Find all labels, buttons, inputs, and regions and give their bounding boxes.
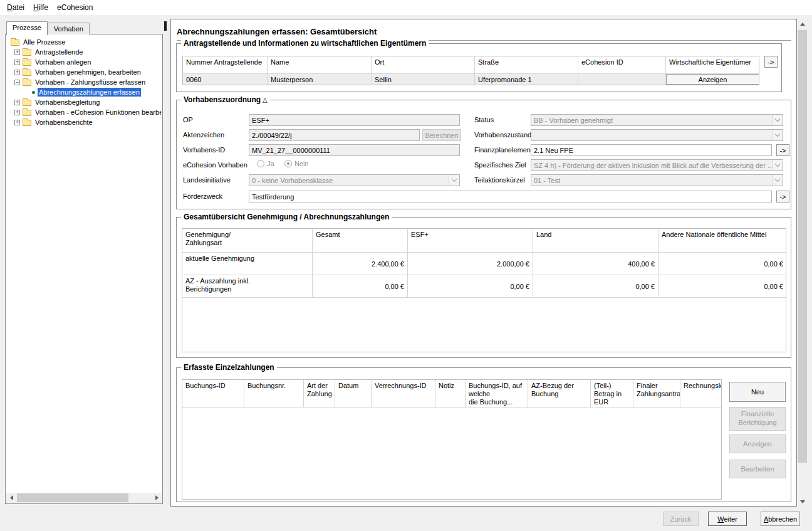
- tab-prozesse[interactable]: Prozesse: [6, 21, 48, 35]
- arrow-down-icon: [800, 500, 805, 503]
- column-header: Verrechnungs-ID: [372, 380, 435, 407]
- teilaktionskuerzel-dropdown[interactable]: 01 - Test: [531, 174, 783, 186]
- value-esf: 2.000,00 €: [408, 253, 533, 275]
- section-einzelzahlungen: Erfasste Einzelzahlungen Buchungs-ID Buc…: [176, 367, 791, 502]
- value-land: 0,00 €: [533, 275, 658, 298]
- column-header: AZ-Bezug der Buchung: [528, 380, 591, 407]
- menu-ecohesion[interactable]: eCohesion: [53, 1, 97, 14]
- main-vertical-scrollbar[interactable]: [797, 19, 808, 507]
- tree-item-vorhaben-anlegen[interactable]: Vorhaben anlegen: [7, 57, 161, 67]
- tab-vorhaben[interactable]: Vorhaben: [48, 23, 90, 34]
- scroll-left-button[interactable]: [6, 493, 16, 503]
- leaf-bullet-icon: [32, 91, 35, 94]
- section-antragstellende-legend: Antragstellende und Informationen zu wir…: [181, 39, 429, 48]
- cell-name: Musterperson: [268, 74, 372, 85]
- dropdown-button[interactable]: [772, 160, 783, 171]
- zurueck-label: Zurück: [670, 515, 692, 523]
- expand-plus-icon[interactable]: [14, 50, 20, 55]
- tree-item-antragstellende[interactable]: Antragstellende: [7, 47, 161, 57]
- vscroll-thumb[interactable]: [798, 30, 807, 463]
- column-header: Buchungsnr.: [244, 380, 304, 407]
- vorhabenszustand-dropdown[interactable]: [531, 129, 783, 141]
- tree-item-zahlungsfluesse[interactable]: Vorhaben - Zahlungsflüsse erfassen: [7, 77, 161, 87]
- chevron-down-icon: [452, 177, 457, 182]
- collapse-minus-icon[interactable]: [14, 80, 20, 85]
- column-header: Wirtschaftliche Eigentümer: [666, 56, 759, 74]
- tree-item-alle-prozesse[interactable]: Alle Prozesse: [7, 37, 161, 47]
- expand-plus-icon[interactable]: [14, 60, 20, 65]
- menu-hilfe-label: Hilfe: [33, 3, 48, 12]
- expand-plus-icon[interactable]: [14, 110, 20, 115]
- folder-icon: [23, 80, 31, 86]
- anzeigen-button[interactable]: Anzeigen: [729, 434, 786, 453]
- berechnen-button[interactable]: Berechnen: [422, 129, 461, 141]
- aktenzeichen-label: Aktenzeichen: [183, 131, 224, 139]
- section-vorhabenszuordnung-legend: Vorhabenszuordnung△: [181, 95, 270, 104]
- status-dropdown[interactable]: BB - Vorhaben genehmigt: [531, 114, 783, 126]
- tree-item-vorhabensberichte[interactable]: Vorhabensberichte: [7, 117, 161, 127]
- op-input[interactable]: ESF+: [249, 114, 460, 126]
- collapse-section-icon[interactable]: △: [263, 97, 268, 103]
- teilaktionskuerzel-label: Teilaktionskürzel: [474, 176, 525, 184]
- column-header: Datum: [335, 380, 372, 407]
- arrow-right-icon: [155, 495, 159, 500]
- neu-button[interactable]: Neu: [729, 382, 786, 402]
- splitter-handle[interactable]: [164, 21, 167, 31]
- goto-foerderzweck-button[interactable]: ->: [776, 191, 789, 202]
- anzeigen-eigentuemer-button[interactable]: Anzeigen: [666, 74, 759, 85]
- expand-plus-icon[interactable]: [14, 70, 20, 75]
- scroll-down-button[interactable]: [797, 497, 808, 507]
- overview-row-genehmigung[interactable]: aktuelle Genehmigung 2.400,00 € 2.000,00…: [182, 253, 786, 275]
- dropdown-button[interactable]: [449, 175, 459, 186]
- panel-splitter[interactable]: [163, 19, 170, 507]
- radio-nein-icon[interactable]: [284, 160, 292, 167]
- cell-ort: Sellin: [372, 74, 475, 85]
- expand-plus-icon[interactable]: [14, 100, 20, 105]
- dropdown-button[interactable]: [772, 115, 783, 125]
- abbrechen-button[interactable]: Abbrechen: [761, 512, 800, 526]
- dropdown-button[interactable]: [772, 130, 783, 140]
- menu-datei-label: Datei: [7, 3, 24, 12]
- overview-header-row: Genehmigung/ Zahlungsart Gesamt ESF+ Lan…: [182, 229, 786, 253]
- spezifisches-ziel-dropdown[interactable]: SZ 4 h) - Förderung der aktiven Inklusio…: [531, 159, 783, 171]
- applicants-data-row[interactable]: 0060 Musterperson Sellin Uferpromonade 1…: [183, 74, 759, 85]
- radio-ja-icon[interactable]: [257, 160, 264, 167]
- abbrechen-label: Abbrechen: [764, 515, 797, 523]
- tree-horizontal-scrollbar[interactable]: [6, 493, 162, 503]
- tree-item-vorhabensbegleitung[interactable]: Vorhabensbegleitung: [7, 97, 161, 107]
- goto-applicant-button[interactable]: ->: [764, 56, 778, 68]
- tree-item-ecohesion-funktionen[interactable]: Vorhaben - eCohesion Funktionen bearbeit: [7, 107, 161, 117]
- ecohesion-nein-option[interactable]: Nein: [284, 160, 309, 167]
- legend-text: Antragstellende und Informationen zu wir…: [184, 39, 426, 48]
- tree-item-abrechnungszahlungen[interactable]: Abrechnungszahlungen erfassen: [7, 87, 161, 97]
- bearbeiten-button[interactable]: Bearbeiten: [729, 460, 786, 478]
- foerderzweck-input[interactable]: Testförderung: [249, 191, 772, 202]
- applicants-table: Nummer Antragstellende Name Ort Straße e…: [182, 56, 759, 85]
- vorhabens-id-label: Vorhabens-ID: [183, 146, 225, 154]
- aktenzeichen-input[interactable]: 2./00049/22/j: [249, 129, 420, 141]
- finanzielle-berichtigung-button[interactable]: Finanzielle Berichtigung: [729, 407, 786, 431]
- expand-plus-icon[interactable]: [14, 120, 20, 125]
- landesinitiative-dropdown[interactable]: 0 - keine Vorhabensklasse: [249, 174, 460, 186]
- teilaktionskuerzel-value: 01 - Test: [534, 177, 560, 184]
- column-header: Ort: [372, 56, 475, 74]
- finanzplanelement-input[interactable]: 2.1 Neu FPE: [531, 144, 772, 156]
- hscroll-thumb[interactable]: [17, 493, 128, 502]
- menu-hilfe[interactable]: Hilfe: [29, 1, 53, 14]
- ecohesion-ja-option[interactable]: Ja: [257, 160, 274, 167]
- zurueck-button[interactable]: Zurück: [663, 512, 699, 526]
- spezifisches-ziel-label: Spezifisches Ziel: [474, 161, 526, 169]
- column-header: Art der Zahlung: [304, 380, 335, 407]
- main-content-panel: Abrechnungszahlungen erfassen: Gesamtübe…: [170, 19, 797, 507]
- tree-item-label: Vorhabensberichte: [34, 118, 94, 127]
- scroll-up-button[interactable]: [797, 19, 808, 29]
- dropdown-button[interactable]: [772, 175, 783, 186]
- weiter-button[interactable]: Weiter: [708, 512, 747, 526]
- goto-finanzplanelement-button[interactable]: ->: [776, 144, 789, 156]
- scroll-right-button[interactable]: [152, 493, 162, 503]
- overview-row-auszahlung[interactable]: AZ - Auszahlung inkl. Berichtigungen 0,0…: [182, 275, 786, 298]
- menu-datei[interactable]: Datei: [3, 1, 29, 14]
- column-header: Finaler Zahlungsantra: [633, 380, 680, 407]
- vorhabens-id-input[interactable]: MV_21_27__0000000111: [249, 144, 460, 156]
- tree-item-vorhaben-genehmigen[interactable]: Vorhaben genehmigen, bearbeiten: [7, 67, 161, 77]
